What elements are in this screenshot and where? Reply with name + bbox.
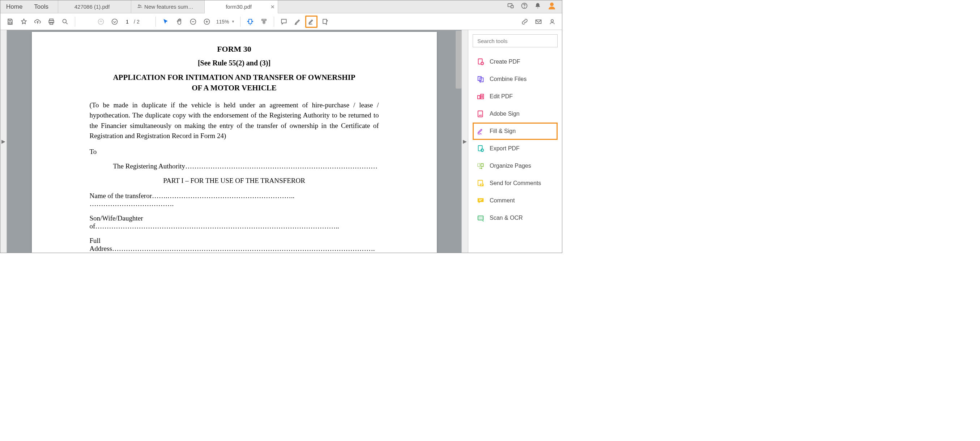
- help-icon[interactable]: [521, 2, 528, 11]
- tools-panel: Create PDFCombine FilesEdit PDFAdobe Sig…: [468, 30, 562, 253]
- svg-rect-18: [323, 19, 327, 24]
- organize-icon: [477, 162, 485, 170]
- comment-button[interactable]: [278, 16, 290, 28]
- tool-item-label: Create PDF: [490, 59, 520, 65]
- tool-item-scan[interactable]: Scan & OCR: [473, 209, 558, 227]
- link-button[interactable]: [519, 16, 531, 28]
- doc-title-line1: APPLICATION FOR INTIMATION AND TRANSFER …: [113, 73, 355, 82]
- tool-item-label: Comment: [490, 197, 515, 204]
- tool-item-label: Adobe Sign: [490, 111, 520, 117]
- tool-item-organize[interactable]: Organize Pages: [473, 157, 558, 174]
- page-separator: /: [134, 19, 135, 25]
- svg-rect-3: [511, 5, 514, 8]
- cloud-upload-button[interactable]: [32, 16, 44, 28]
- tab-label: New features sum…: [144, 4, 194, 10]
- star-button[interactable]: [18, 16, 30, 28]
- main-area: ▶ FORM 30 [See Rule 55(2) and (3)] APPLI…: [0, 30, 562, 253]
- tool-item-label: Send for Comments: [490, 180, 541, 187]
- combine-icon: [477, 75, 485, 83]
- shared-icon: [137, 4, 142, 10]
- system-icons: [507, 0, 562, 13]
- zoom-in-button[interactable]: [201, 16, 213, 28]
- close-icon[interactable]: ✕: [270, 4, 275, 10]
- page-down-button[interactable]: [108, 16, 121, 28]
- doc-title: APPLICATION FOR INTIMATION AND TRANSFER …: [90, 72, 379, 94]
- svg-point-11: [62, 19, 66, 23]
- export-icon: [477, 144, 485, 152]
- tab-label: form30.pdf: [226, 4, 252, 10]
- search-tools-input[interactable]: [473, 34, 558, 48]
- highlight-button[interactable]: [291, 16, 304, 28]
- menu-home[interactable]: Home: [0, 0, 28, 13]
- doc-title-line2: OF A MOTOR VEHICLE: [192, 84, 277, 92]
- doc-heading-form: FORM 30: [90, 44, 379, 54]
- doc-reg-authority: The Registering Authority…………………………………………: [90, 162, 379, 170]
- svg-point-13: [112, 19, 118, 24]
- zoom-value: 115%: [216, 19, 229, 25]
- tool-item-create[interactable]: Create PDF: [473, 53, 558, 70]
- print-button[interactable]: [45, 16, 57, 28]
- sign-button[interactable]: [305, 16, 318, 28]
- email-button[interactable]: [532, 16, 545, 28]
- stamp-button[interactable]: [319, 16, 331, 28]
- doc-field-name: Name of the transferor…….…………………………………………: [90, 192, 379, 208]
- current-page-input[interactable]: [122, 18, 132, 25]
- right-panel-toggle[interactable]: ▶: [461, 30, 468, 253]
- scan-icon: [477, 214, 485, 222]
- user-icon[interactable]: [547, 2, 556, 12]
- hand-tool-button[interactable]: [173, 16, 186, 28]
- svg-point-0: [138, 4, 140, 6]
- tab-1[interactable]: New features sum…: [131, 0, 205, 13]
- tool-item-fill[interactable]: Fill & Sign: [473, 122, 558, 140]
- page-display-button[interactable]: [258, 16, 270, 28]
- page-up-button[interactable]: [95, 16, 107, 28]
- document-viewport[interactable]: FORM 30 [See Rule 55(2) and (3)] APPLICA…: [7, 30, 461, 253]
- tab-0[interactable]: 427086 (1).pdf: [58, 0, 131, 13]
- svg-rect-7: [9, 22, 11, 24]
- left-panel-toggle[interactable]: ▶: [0, 30, 7, 253]
- doc-paragraph: (To be made in duplicate if the vehicle …: [90, 100, 379, 141]
- save-button[interactable]: [4, 16, 16, 28]
- svg-point-5: [524, 7, 525, 8]
- send-icon: [477, 179, 485, 187]
- fill-icon: [477, 127, 485, 135]
- tool-item-send[interactable]: Send for Comments: [473, 174, 558, 192]
- find-button[interactable]: [59, 16, 71, 28]
- svg-point-20: [551, 19, 554, 22]
- zoom-dropdown[interactable]: 115% ▼: [215, 18, 237, 26]
- tool-item-adobesign[interactable]: Adobe Sign: [473, 105, 558, 122]
- device-share-icon[interactable]: [507, 2, 514, 11]
- chevron-down-icon: ▼: [231, 19, 235, 24]
- vertical-scrollbar[interactable]: [456, 31, 461, 89]
- tool-item-edit[interactable]: Edit PDF: [473, 88, 558, 105]
- tool-item-label: Scan & OCR: [490, 215, 523, 221]
- svg-rect-17: [262, 19, 267, 20]
- menu-tools[interactable]: Tools: [28, 0, 54, 13]
- title-bar: Home Tools 427086 (1).pdf New features s…: [0, 0, 562, 13]
- doc-field-relation: Son/Wife/Daughter of………………………………………………………: [90, 214, 379, 230]
- svg-rect-19: [536, 20, 541, 24]
- create-icon: [477, 58, 485, 66]
- tool-item-label: Combine Files: [490, 76, 527, 82]
- pdf-page: FORM 30 [See Rule 55(2) and (3)] APPLICA…: [32, 32, 437, 253]
- zoom-out-button[interactable]: [187, 16, 199, 28]
- edit-icon: [477, 92, 485, 100]
- doc-to: To: [90, 148, 379, 156]
- tool-item-label: Export PDF: [490, 145, 520, 152]
- tool-item-export[interactable]: Export PDF: [473, 140, 558, 157]
- bell-icon[interactable]: [535, 3, 541, 11]
- tab-2[interactable]: form30.pdf ✕: [205, 0, 278, 13]
- page-indicator: / 2: [122, 18, 140, 25]
- share-user-button[interactable]: [546, 16, 558, 28]
- tool-item-combine[interactable]: Combine Files: [473, 70, 558, 88]
- doc-part-heading: PART I – FOR THE USE OF THE TRANSFEROR: [90, 177, 379, 185]
- selection-tool-button[interactable]: [159, 16, 172, 28]
- fit-width-button[interactable]: [244, 16, 256, 28]
- tab-label: 427086 (1).pdf: [75, 4, 110, 10]
- tool-item-comment[interactable]: Comment: [473, 192, 558, 209]
- tool-item-label: Organize Pages: [490, 163, 531, 169]
- tool-item-label: Edit PDF: [490, 93, 513, 100]
- svg-point-12: [99, 19, 104, 24]
- adobesign-icon: [477, 110, 485, 118]
- doc-field-address: Full Address……………………………………………………………………………: [90, 237, 379, 253]
